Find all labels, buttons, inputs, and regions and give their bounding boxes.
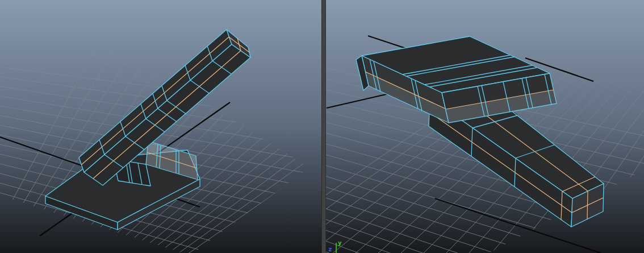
pane-divider[interactable]	[321, 0, 326, 253]
gizmo-y-label: y	[338, 239, 342, 247]
viewport-right-perspective[interactable]: y z x	[326, 0, 644, 253]
split-3d-viewport: y z x	[0, 0, 644, 253]
viewport-left-perspective[interactable]	[0, 0, 321, 253]
